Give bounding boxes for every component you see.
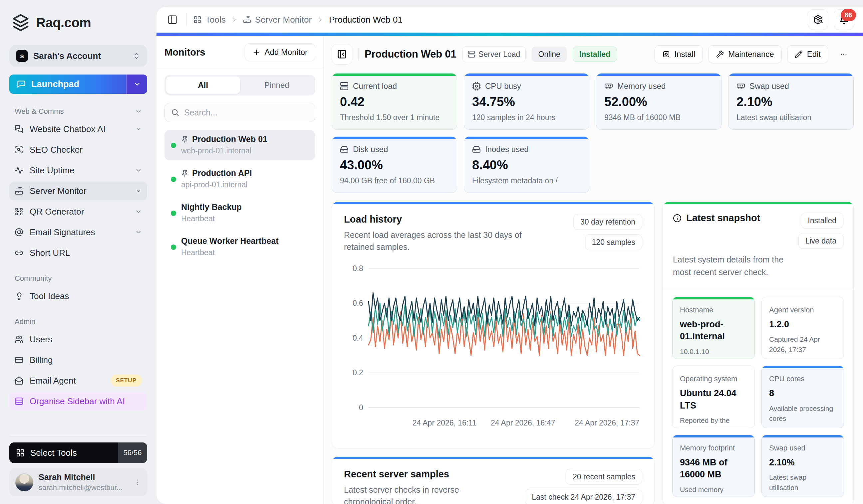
activity-icon xyxy=(15,166,23,175)
monitor-item-production-api[interactable]: Production APIapi-prod-01.internal xyxy=(164,164,315,194)
snapshot-card-desc: Captured 24 Apr 2026, 17:37 xyxy=(769,334,836,354)
more-vertical-icon[interactable] xyxy=(133,478,141,486)
sidebar-section-admin: AdminUsersBillingEmail AgentSETUPOrganis… xyxy=(9,318,147,411)
divider xyxy=(358,48,359,61)
chip-last-check-24-apr-2026-17-37: Last check 24 Apr 2026, 17:37 xyxy=(525,489,642,504)
package-search-icon xyxy=(813,15,823,25)
credit-card-icon xyxy=(15,356,23,364)
edit-button[interactable]: Edit xyxy=(787,45,828,63)
sidebar-item-organise-sidebar-with-ai[interactable]: Organise Sidebar with AI xyxy=(9,392,147,411)
server-icon xyxy=(340,82,349,90)
stat-accent xyxy=(332,74,457,76)
brand[interactable]: Raq.com xyxy=(11,13,145,32)
tab-all[interactable]: All xyxy=(166,77,240,94)
monitors-title: Monitors xyxy=(164,47,205,58)
monitor-item-production-web-01[interactable]: Production Web 01web-prod-01.internal xyxy=(164,130,315,160)
launchpad-button[interactable]: Launchpad xyxy=(9,75,147,94)
sidebar-item-email-agent[interactable]: Email AgentSETUP xyxy=(9,371,147,390)
install-icon xyxy=(662,50,670,58)
sidebar-item-seo-checker[interactable]: SEO Checker xyxy=(9,140,147,159)
snapshot-card-swap-used: Swap used2.10%Latest swap utilisation xyxy=(761,435,844,497)
breadcrumb-current: Production Web 01 xyxy=(329,15,402,25)
latest-snapshot-panel: Latest snapshot InstalledLive data Lates… xyxy=(663,202,854,504)
sidebar-item-email-signatures[interactable]: Email Signatures xyxy=(9,223,147,242)
collapse-panel-button[interactable] xyxy=(332,44,352,65)
breadcrumb-tools[interactable]: Tools xyxy=(193,15,226,25)
search-input[interactable] xyxy=(184,108,309,117)
chevron-right-icon xyxy=(317,16,324,23)
monitor-name: Production API xyxy=(192,168,252,178)
account-switcher[interactable]: s Sarah's Account xyxy=(9,45,147,66)
sidebar-section-community: CommunityTool Ideas xyxy=(9,274,147,306)
stat-value: 8.40% xyxy=(472,158,581,172)
stat-label-row: Disk used xyxy=(340,145,449,154)
detail-area: Production Web 01 Server Load Online Ins… xyxy=(324,36,863,504)
launchpad-label: Launchpad xyxy=(31,79,79,90)
panel-accent xyxy=(332,202,654,204)
sidebar-item-label: QR Generator xyxy=(30,207,84,217)
launchpad-chat-icon xyxy=(17,79,26,89)
launchpad-dropdown[interactable] xyxy=(126,75,147,94)
breadcrumb-label: Tools xyxy=(205,15,226,25)
hard-drive-icon xyxy=(472,145,481,154)
select-tools-label: Select Tools xyxy=(30,448,77,458)
hard-drive-icon xyxy=(340,145,349,154)
users-icon xyxy=(15,335,23,344)
sidebar-item-site-uptime[interactable]: Site Uptime xyxy=(9,161,147,180)
section-header: Admin xyxy=(15,318,142,326)
sidebar-item-qr-generator[interactable]: QR Generator xyxy=(9,202,147,221)
notifications-button[interactable]: 86 xyxy=(834,9,854,30)
monitor-item-nightly-backup[interactable]: Nightly BackupHeartbeat xyxy=(164,198,315,228)
sidebar-toggle-button[interactable] xyxy=(165,12,180,27)
snapshot-card-agent-version: Agent version1.2.0Captured 24 Apr 2026, … xyxy=(761,297,844,359)
chip-installed: Installed xyxy=(801,212,843,229)
package-search-button[interactable] xyxy=(808,9,828,30)
stat-desc: Threshold 1.50 over 1 minute xyxy=(340,113,449,122)
sidebar-item-billing[interactable]: Billing xyxy=(9,351,147,369)
search-box[interactable] xyxy=(164,103,315,122)
more-actions-button[interactable] xyxy=(834,45,854,63)
sidebar-item-label: SEO Checker xyxy=(30,145,83,155)
stat-desc: 120 samples in 24 hours xyxy=(472,113,581,122)
snap-accent xyxy=(673,435,754,438)
add-monitor-button[interactable]: Add Monitor xyxy=(245,43,315,61)
info-icon xyxy=(673,214,681,222)
divider xyxy=(186,13,187,26)
sidebar-item-short-url[interactable]: Short URL xyxy=(9,244,147,262)
recent-samples-panel: Recent server samples Latest server chec… xyxy=(332,456,654,504)
stat-accent xyxy=(332,137,457,139)
sidebar-item-label: Tool Ideas xyxy=(30,291,69,301)
panels-row: Load history Recent load averages across… xyxy=(332,202,854,504)
sidebar-item-server-monitor[interactable]: Server Monitor xyxy=(9,182,147,200)
stat-desc: 94.00 GB free of 160.00 GB xyxy=(340,176,449,185)
chevron-down-icon xyxy=(135,229,142,235)
snapshot-card-value: web-prod-01.internal xyxy=(680,318,747,343)
chevron-down-icon xyxy=(135,188,142,194)
router-icon xyxy=(243,16,251,24)
sidebar-item-tool-ideas[interactable]: Tool Ideas xyxy=(9,287,147,306)
monitors-tabs: All Pinned xyxy=(164,75,315,95)
add-monitor-label: Add Monitor xyxy=(265,48,308,57)
install-button[interactable]: Install xyxy=(654,45,703,63)
installed-chip: Installed xyxy=(573,47,617,62)
snapshot-card-label: CPU cores xyxy=(769,375,836,383)
select-tools-button[interactable]: Select Tools 56/56 xyxy=(9,442,147,463)
screen: Raq.com s Sarah's Account Launchpad Web … xyxy=(0,0,863,504)
maintenance-button[interactable]: Maintenance xyxy=(708,45,781,63)
breadcrumb-server-monitor[interactable]: Server Monitor xyxy=(243,15,312,25)
sidebar-item-website-chatbox-ai[interactable]: Website Chatbox AI xyxy=(9,120,147,138)
detail-actions: Install Maintenance Edit xyxy=(654,45,854,63)
monitor-item-queue-worker-heartbeat[interactable]: Queue Worker HeartbeatHeartbeat xyxy=(164,232,315,262)
snapshot-grid: Hostnameweb-prod-01.internal10.0.1.10Age… xyxy=(663,288,853,504)
sidebar-item-users[interactable]: Users xyxy=(9,330,147,349)
notification-badge: 86 xyxy=(841,9,856,21)
monitor-subtitle: Heartbeat xyxy=(181,214,309,223)
user-card[interactable]: Sarah Mitchell sarah.mitchell@westbur... xyxy=(9,468,147,496)
ellipsis-icon xyxy=(840,50,848,58)
stat-desc: 9346 MB of 16000 MB xyxy=(604,113,713,122)
monitor-item-row: Production Web 01 xyxy=(181,134,309,144)
sidebar-section-web-comms: Web & CommsWebsite Chatbox AISEO Checker… xyxy=(9,107,147,262)
chevron-down-icon xyxy=(135,126,142,132)
server-load-label: Server Load xyxy=(478,50,520,59)
tab-pinned[interactable]: Pinned xyxy=(240,77,314,94)
